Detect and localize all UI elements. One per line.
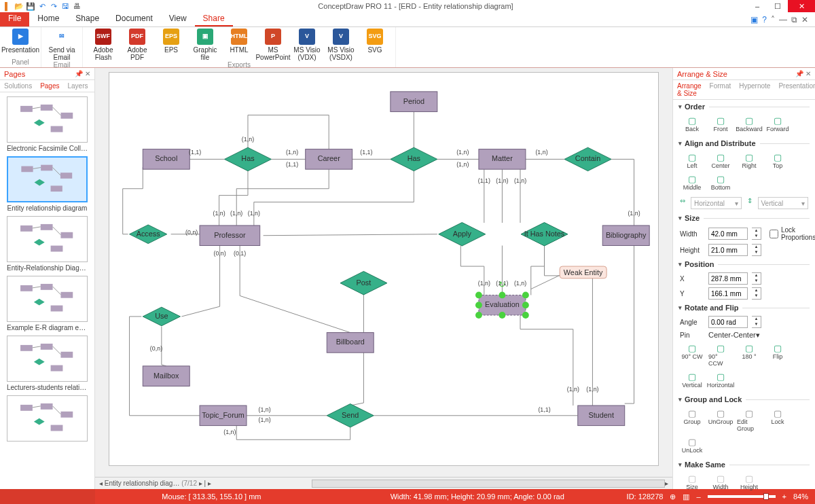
tab-document[interactable]: Document <box>107 12 161 26</box>
pages-tab-layers[interactable]: Layers <box>64 80 92 92</box>
ribbon-svg[interactable]: SVGSVG <box>360 29 390 61</box>
x-input[interactable] <box>708 272 748 285</box>
width-input[interactable] <box>708 228 748 240</box>
ribbon-info-icon[interactable]: ▣ <box>750 15 758 24</box>
group-lock[interactable]: ▢Lock <box>765 408 790 432</box>
tab-home[interactable]: Home <box>29 12 67 26</box>
ribbon-ms-visio-vsdx[interactable]: VMS Visio (VSDX) <box>326 29 356 61</box>
page-thumb-4[interactable]: Lecturers-students relatio… <box>7 336 88 391</box>
pages-tab-pages[interactable]: Pages <box>36 80 63 92</box>
close-button[interactable]: ✕ <box>788 0 815 12</box>
height-spinner[interactable]: ▲▼ <box>752 244 761 256</box>
rotate-horizontal[interactable]: ▢Horizontal <box>708 371 733 389</box>
ribbon-adobe-pdf[interactable]: PDFAdobe PDF <box>122 29 152 61</box>
group-edit-group[interactable]: ▢Edit Group <box>737 408 761 432</box>
tab-shape[interactable]: Shape <box>67 12 107 26</box>
zoom-out-icon[interactable]: – <box>696 492 700 501</box>
page-thumb-5[interactable] <box>7 395 88 444</box>
canvas-page-tabs[interactable]: ◂ Entity relationship diag… (7/12 ▸ | ▸ … <box>95 477 672 489</box>
ribbon-graphic-file[interactable]: ▣Graphic file <box>190 29 220 61</box>
section-rotate[interactable]: Rotate and Flip <box>673 301 815 314</box>
page-thumbnails[interactable]: Electronic Facsimile Coll…Entity relatio… <box>0 92 94 489</box>
section-same[interactable]: Make Same <box>673 458 815 471</box>
props-tab-format[interactable]: Format <box>706 80 736 99</box>
group-group[interactable]: ▢Group <box>680 408 704 432</box>
section-group[interactable]: Group and Lock <box>673 393 815 406</box>
same-width[interactable]: ▢Width <box>708 473 733 490</box>
ribbon-close-icon[interactable]: ✕ <box>801 15 808 24</box>
erd-diagram[interactable]: PeriodSchoolCareerMatterBibliographyProf… <box>109 72 659 466</box>
ribbon-restore-icon[interactable]: ⧉ <box>791 15 797 24</box>
ribbon-ms-powerpoint[interactable]: PMS PowerPoint <box>258 29 288 61</box>
same-height[interactable]: ▢Height <box>737 473 761 490</box>
current-page-tab[interactable]: Entity relationship diag… <box>105 480 180 487</box>
props-tab-presentation[interactable]: Presentation <box>774 80 815 99</box>
horizontal-scrollbar[interactable] <box>312 480 665 488</box>
align-left[interactable]: ▢Left <box>680 151 704 169</box>
ribbon-window-icon[interactable]: — <box>779 15 787 24</box>
pin-select[interactable]: Center-Center▾ <box>708 331 808 340</box>
selection-handle[interactable] <box>475 302 482 308</box>
distribute-horizontal-icon[interactable]: ⇔ <box>680 197 685 209</box>
page-thumb-3[interactable]: Example E-R diagram ext… <box>7 276 88 331</box>
pages-tab-solutions[interactable]: Solutions <box>0 80 36 92</box>
selection-handle[interactable] <box>522 292 529 299</box>
ribbon-help-icon[interactable]: ? <box>762 15 767 24</box>
selection-handle[interactable] <box>475 292 482 299</box>
rotate-90-cw[interactable]: ▢90° CW <box>680 342 704 367</box>
align-middle[interactable]: ▢Middle <box>680 173 704 191</box>
zoom-in-icon[interactable]: + <box>782 492 786 501</box>
order-back[interactable]: ▢Back <box>680 115 704 132</box>
selection-handle[interactable] <box>499 292 505 299</box>
group-unlock[interactable]: ▢UnLock <box>680 436 704 454</box>
order-front[interactable]: ▢Front <box>708 115 733 132</box>
width-spinner[interactable]: ▲▼ <box>752 228 761 240</box>
angle-input[interactable] <box>708 316 748 328</box>
rotate-flip[interactable]: ▢Flip <box>765 342 790 367</box>
order-backward[interactable]: ▢Backward <box>737 115 761 132</box>
angle-spinner[interactable]: ▲▼ <box>752 316 761 328</box>
qat-new-icon[interactable]: ▌ <box>3 1 12 11</box>
selection-handle[interactable] <box>475 312 482 319</box>
rotate-90-ccw[interactable]: ▢90° CCW <box>708 342 733 367</box>
ribbon-presentation[interactable]: ▶Presentation <box>5 29 35 54</box>
maximize-button[interactable]: ☐ <box>767 0 788 12</box>
group-ungroup[interactable]: ▢UnGroup <box>708 408 733 432</box>
qat-print-icon[interactable]: 🖶 <box>72 1 82 11</box>
page-thumb-2[interactable]: Entity-Relationship Diagr… <box>7 216 88 272</box>
props-pin-icon[interactable]: 📌 ✕ <box>795 70 811 77</box>
distribute-horizontal-select[interactable]: Horizontal▾ <box>691 197 742 209</box>
align-top[interactable]: ▢Top <box>765 151 790 169</box>
scroll-right-icon[interactable]: ▸ <box>665 480 668 487</box>
tab-file[interactable]: File <box>0 12 29 26</box>
page-thumb-1[interactable]: Entity relationship diagram <box>7 156 88 212</box>
section-align[interactable]: Align and Distribute <box>673 137 815 150</box>
align-center[interactable]: ▢Center <box>708 151 733 169</box>
order-forward[interactable]: ▢Forward <box>765 115 790 132</box>
status-target-icon[interactable]: ⊕ <box>670 492 676 501</box>
tab-nav-back-icon[interactable]: ◂ <box>99 480 103 487</box>
distribute-vertical-icon[interactable]: ⇕ <box>747 197 753 209</box>
ribbon-adobe-flash[interactable]: SWFAdobe Flash <box>88 29 118 61</box>
pages-panel-pin-icon[interactable]: 📌 ✕ <box>75 70 90 77</box>
ribbon-collapse-icon[interactable]: ˄ <box>771 15 775 24</box>
page-thumb-0[interactable]: Electronic Facsimile Coll… <box>7 96 88 152</box>
tab-nav-forward-icon[interactable]: ▸ | ▸ <box>197 480 211 487</box>
qat-redo-icon[interactable]: ↷ <box>49 1 58 11</box>
ribbon-eps[interactable]: EPSEPS <box>156 29 186 61</box>
section-size[interactable]: Size <box>673 211 815 225</box>
align-right[interactable]: ▢Right <box>737 151 761 169</box>
align-bottom[interactable]: ▢Bottom <box>708 173 733 191</box>
minimize-button[interactable]: – <box>747 0 767 12</box>
section-order[interactable]: Order <box>673 100 815 113</box>
ribbon-send-email[interactable]: ✉Send via Email <box>47 29 77 61</box>
selection-handle[interactable] <box>522 312 529 319</box>
x-spinner[interactable]: ▲▼ <box>752 272 761 285</box>
selection-handle[interactable] <box>499 312 505 319</box>
qat-save2-icon[interactable]: 🖫 <box>60 1 70 11</box>
qat-open-icon[interactable]: 📂 <box>14 1 24 11</box>
qat-save-icon[interactable]: 💾 <box>26 1 35 11</box>
same-size[interactable]: ▢Size <box>680 473 704 490</box>
zoom-slider[interactable] <box>708 495 776 498</box>
ribbon-html[interactable]: HTMLHTML <box>224 29 254 61</box>
